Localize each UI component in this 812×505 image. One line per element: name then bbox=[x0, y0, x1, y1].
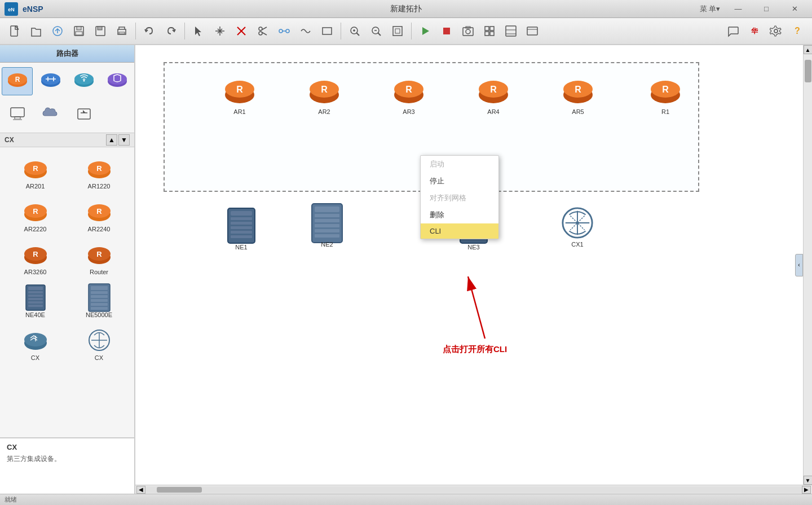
help-button[interactable]: ? bbox=[787, 21, 807, 41]
menu-item-start[interactable]: 启动 bbox=[421, 156, 498, 173]
menu-item-delete[interactable]: 删除 bbox=[421, 207, 498, 223]
settings-button[interactable] bbox=[766, 21, 786, 41]
list-item-ar1220[interactable]: R AR1220 bbox=[68, 152, 130, 192]
menu-button[interactable]: 菜 单▾ bbox=[697, 1, 723, 17]
scroll-thumb-h[interactable] bbox=[157, 487, 202, 493]
svg-rect-127 bbox=[315, 234, 339, 238]
canvas-device-ar5[interactable]: R AR5 bbox=[561, 73, 595, 115]
scroll-thumb-v[interactable] bbox=[805, 60, 811, 82]
scroll-up-button[interactable]: ▲ bbox=[106, 134, 117, 146]
close-button[interactable]: ✕ bbox=[782, 1, 807, 17]
run-button[interactable] bbox=[415, 21, 435, 41]
stop-button[interactable] bbox=[436, 21, 457, 41]
list-item-cx1[interactable]: CX bbox=[5, 323, 66, 364]
svg-text:R: R bbox=[662, 85, 669, 94]
canvas-device-ar3[interactable]: R AR3 bbox=[392, 73, 426, 115]
canvas-device-ne1[interactable]: NE1 bbox=[224, 209, 258, 251]
ar2220-icon: R bbox=[21, 197, 50, 226]
right-scrollbar: ▲ ▼ bbox=[803, 45, 812, 485]
scroll-left-arrow[interactable]: ◀ bbox=[136, 486, 145, 494]
svg-point-51 bbox=[108, 73, 127, 85]
svg-rect-34 bbox=[490, 27, 494, 30]
category-cloud[interactable] bbox=[35, 100, 66, 128]
redo-button[interactable] bbox=[161, 21, 181, 41]
svg-rect-118 bbox=[231, 226, 252, 229]
ar5-label: AR5 bbox=[572, 108, 584, 115]
print-button[interactable] bbox=[112, 21, 132, 41]
svg-point-15 bbox=[279, 29, 283, 33]
menu-item-cli[interactable]: CLI bbox=[421, 223, 498, 239]
minimize-button[interactable]: — bbox=[725, 1, 751, 17]
capture-button[interactable] bbox=[458, 21, 478, 41]
save-as-button[interactable] bbox=[90, 21, 111, 41]
category-pc[interactable] bbox=[2, 100, 33, 128]
scroll-right-arrow[interactable]: ▶ bbox=[802, 486, 811, 494]
svg-rect-77 bbox=[28, 287, 43, 290]
main-layout: 路由器 R bbox=[0, 45, 812, 494]
connect-button[interactable] bbox=[274, 21, 294, 41]
canvas-device-ne2[interactable]: NE2 bbox=[310, 206, 344, 248]
scroll-down-button[interactable]: ▼ bbox=[118, 134, 130, 146]
grid-button[interactable] bbox=[501, 21, 521, 41]
category-router[interactable]: R bbox=[2, 67, 33, 95]
open-button[interactable] bbox=[26, 21, 46, 41]
new-file-button[interactable] bbox=[5, 21, 25, 41]
delete-tool-button[interactable] bbox=[231, 21, 251, 41]
auto-connect-button[interactable] bbox=[295, 21, 316, 41]
canvas-device-ar1[interactable]: R AR1 bbox=[223, 73, 257, 115]
menu-item-stop[interactable]: 停止 bbox=[421, 173, 498, 190]
title-bar-left: eN eNSP bbox=[5, 2, 43, 16]
zoom-in-button[interactable] bbox=[345, 21, 365, 41]
chat-button[interactable] bbox=[723, 21, 743, 41]
category-other[interactable] bbox=[68, 100, 99, 128]
router-icon: R bbox=[85, 240, 113, 269]
canvas-area[interactable]: R AR1 R AR2 bbox=[135, 45, 803, 485]
scroll-up-arrow[interactable]: ▲ bbox=[804, 45, 813, 54]
maximize-button[interactable]: □ bbox=[753, 1, 779, 17]
canvas-device-ar2[interactable]: R AR2 bbox=[307, 73, 341, 115]
canvas-device-ar4[interactable]: R AR4 bbox=[476, 73, 510, 115]
fit-button[interactable] bbox=[387, 21, 408, 41]
topology-import-button[interactable] bbox=[479, 21, 500, 41]
ar3-label: AR3 bbox=[403, 108, 414, 115]
list-item-router[interactable]: R Router bbox=[68, 238, 130, 278]
list-item-ne5000e[interactable]: NE5000E bbox=[68, 280, 130, 321]
canvas-device-cx1[interactable]: CX1 bbox=[561, 206, 594, 248]
scroll-down-arrow[interactable]: ▼ bbox=[804, 476, 813, 485]
save-button[interactable] bbox=[69, 21, 89, 41]
list-item-ar3260[interactable]: R AR3260 bbox=[5, 238, 66, 278]
zoom-out-button[interactable] bbox=[366, 21, 386, 41]
list-item-cx2[interactable]: CX bbox=[68, 323, 130, 364]
svg-rect-30 bbox=[463, 28, 473, 36]
select-button[interactable] bbox=[188, 21, 209, 41]
category-security[interactable] bbox=[102, 67, 133, 95]
ne40e-icon bbox=[21, 283, 50, 311]
list-item-ar201[interactable]: R AR201 bbox=[5, 152, 66, 192]
huawei-button[interactable]: 华 bbox=[744, 21, 765, 41]
other-category-icon bbox=[73, 103, 95, 125]
device-list: R AR201 R AR1220 bbox=[0, 147, 134, 437]
canvas-device-r1[interactable]: R R1 bbox=[648, 73, 682, 115]
sep4 bbox=[411, 23, 412, 39]
list-item-ar2220[interactable]: R AR2220 bbox=[5, 195, 66, 235]
ar201-icon: R bbox=[21, 155, 50, 183]
svg-rect-78 bbox=[28, 291, 43, 293]
svg-rect-52 bbox=[11, 108, 24, 117]
pan-button[interactable] bbox=[210, 21, 230, 41]
list-item-ar2240[interactable]: R AR2240 bbox=[68, 195, 130, 235]
import-topo-button[interactable] bbox=[47, 21, 68, 41]
svg-text:R: R bbox=[33, 207, 38, 216]
ne3-label: NE3 bbox=[467, 244, 479, 251]
undo-button[interactable] bbox=[139, 21, 160, 41]
svg-text:eN: eN bbox=[8, 7, 15, 12]
category-wireless[interactable] bbox=[68, 67, 99, 95]
collapse-arrow[interactable]: ‹ bbox=[795, 254, 803, 276]
screenshot-button[interactable] bbox=[522, 21, 542, 41]
category-switch[interactable] bbox=[35, 67, 66, 95]
svg-rect-80 bbox=[28, 298, 43, 300]
ar3-node: R bbox=[392, 73, 426, 107]
svg-rect-89 bbox=[91, 307, 108, 310]
list-item-ne40e[interactable]: NE40E bbox=[5, 280, 66, 321]
rect-button[interactable] bbox=[317, 21, 337, 41]
scissors-button[interactable] bbox=[253, 21, 273, 41]
